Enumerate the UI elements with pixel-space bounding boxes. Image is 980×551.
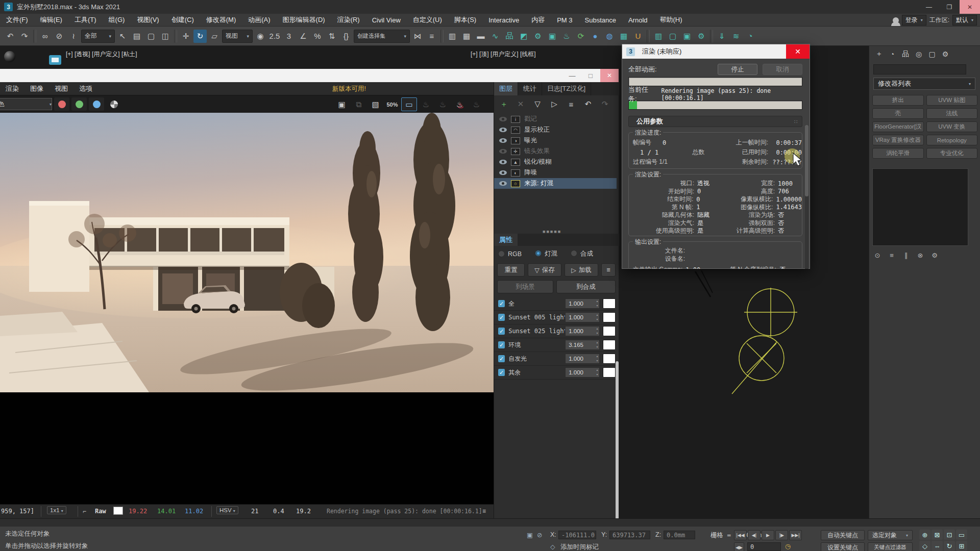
element-row[interactable]: ✓ Sunset 025 lightsc 1.000: [494, 324, 616, 338]
coord-system-dropdown[interactable]: 视图: [222, 30, 253, 43]
menu-item[interactable]: 文件(F): [0, 14, 34, 27]
gamma-curve-icon[interactable]: ⌐: [83, 508, 86, 515]
rfw-close-button[interactable]: ✕: [600, 69, 619, 82]
element-checkbox[interactable]: ✓: [498, 369, 505, 376]
save-layers-icon[interactable]: ▽: [530, 97, 545, 111]
modifier-button[interactable]: UVW 变换: [926, 121, 978, 132]
menu-item[interactable]: Civil View: [366, 14, 407, 27]
z-coordinate-field[interactable]: 0.0mm: [664, 531, 695, 539]
modify-tab-icon[interactable]: ◔: [886, 48, 899, 60]
maximize-viewport-icon[interactable]: ⊞: [956, 541, 967, 551]
element-color-swatch[interactable]: [603, 340, 616, 350]
spinner-snap-icon[interactable]: ⇅: [325, 30, 338, 43]
dialog-close-button[interactable]: ✕: [786, 44, 810, 59]
element-row[interactable]: ✓ 自发光 1.000: [494, 352, 616, 366]
qr-login-icon[interactable]: ▦: [617, 30, 630, 43]
render-preset-teapot-icon[interactable]: ♨: [418, 97, 434, 111]
key-mode-clock-icon[interactable]: ◷: [785, 542, 791, 550]
visibility-eye-icon[interactable]: [499, 170, 507, 175]
red-channel-button[interactable]: [54, 97, 69, 111]
rect-selection-region-icon[interactable]: ▢: [144, 30, 158, 43]
workspace-dropdown[interactable]: 默认▾: [952, 15, 977, 26]
load-button[interactable]: ▷加载: [565, 263, 598, 277]
zoom-extents-icon[interactable]: ⊡: [944, 530, 955, 540]
element-row[interactable]: ✓ 全 1.000: [494, 297, 616, 311]
menu-item[interactable]: 创建(C): [165, 14, 200, 27]
element-multiplier-spinner[interactable]: 1.000: [565, 298, 600, 309]
motion-tab-icon[interactable]: ◎: [912, 48, 925, 60]
load-layers-icon[interactable]: ▷: [547, 97, 562, 111]
element-multiplier-spinner[interactable]: 1.000: [565, 312, 600, 322]
rendered-frame-icon[interactable]: ▣: [546, 30, 559, 43]
make-unique-icon[interactable]: ∥: [901, 250, 911, 260]
element-color-swatch[interactable]: [603, 326, 616, 336]
to-scene-button[interactable]: 到场景: [497, 280, 553, 293]
layer-row[interactable]: ◐ 降噪: [494, 167, 617, 178]
element-row[interactable]: ✓ 其余 1.000: [494, 366, 616, 380]
render-iterative-teapot-icon[interactable]: ♨: [435, 97, 451, 111]
visibility-eye-icon[interactable]: [499, 160, 507, 164]
modifier-list-dropdown[interactable]: 修改器列表▾: [873, 78, 975, 90]
selection-lock-icon[interactable]: ⊘: [537, 531, 542, 539]
copy-image-icon[interactable]: ⧉: [351, 97, 366, 111]
element-multiplier-spinner[interactable]: 1.000: [565, 367, 600, 378]
modifier-button[interactable]: 专业优化: [926, 148, 978, 159]
render-production-teapot-icon[interactable]: ♨: [452, 97, 468, 111]
visibility-eye-icon[interactable]: [499, 128, 507, 132]
rfw-menu-item[interactable]: 渲染: [0, 84, 24, 93]
modifier-button[interactable]: UVW 贴图: [926, 95, 978, 106]
object-name-field[interactable]: [873, 64, 966, 74]
rfw-minimize-button[interactable]: —: [562, 69, 582, 82]
layer-row[interactable]: ◑ 曝光: [494, 135, 617, 146]
add-time-tag[interactable]: 添加时间标记: [560, 543, 599, 551]
viewport-label-top[interactable]: [+] [顶] [用户定义] [线框]: [471, 50, 536, 59]
menu-item[interactable]: Substance: [579, 14, 622, 27]
menu-item[interactable]: 编辑(E): [34, 14, 68, 27]
cloud-icon[interactable]: ●: [589, 30, 602, 43]
menu-item[interactable]: PM 3: [551, 14, 578, 27]
separator[interactable]: [33, 30, 36, 43]
save-button[interactable]: ▽保存: [528, 263, 561, 277]
menu-item[interactable]: 渲染(R): [331, 14, 366, 27]
archive-icon[interactable]: ⇓: [715, 30, 728, 43]
rfw-titlebar[interactable]: — □ ✕: [0, 69, 619, 82]
redo-layer-icon[interactable]: ↷: [597, 97, 612, 111]
select-display-region-icon[interactable]: ▧: [368, 97, 383, 111]
y-coordinate-field[interactable]: 639713.37: [609, 531, 650, 539]
pin-stack-icon[interactable]: ⊙: [872, 250, 883, 260]
common-params-rollout[interactable]: 公用参数 ∷: [628, 116, 802, 127]
layer-row[interactable]: ◠ 显示校正: [494, 124, 617, 135]
modifier-button[interactable]: 法线: [926, 108, 978, 119]
element-color-swatch[interactable]: [603, 367, 616, 378]
play-icon[interactable]: ▶: [762, 530, 774, 540]
element-checkbox[interactable]: ✓: [498, 341, 505, 348]
visibility-eye-icon[interactable]: [499, 181, 507, 186]
zoom-region-icon[interactable]: ▭: [956, 530, 967, 540]
show-end-result-icon[interactable]: ≡: [887, 250, 897, 260]
isolate-selection-icon[interactable]: ▣: [527, 531, 533, 539]
zoom-50-icon[interactable]: 50%: [384, 97, 400, 111]
named-selection-dropdown[interactable]: 创建选择集: [354, 30, 410, 43]
select-by-name-icon[interactable]: ▤: [130, 30, 143, 43]
modifier-stack[interactable]: [872, 168, 968, 246]
separator[interactable]: [647, 30, 650, 43]
gear2-icon[interactable]: ⚙: [695, 30, 708, 43]
scene-explorer-icon[interactable]: ▥: [446, 30, 459, 43]
update-available-icon[interactable]: ⟳: [574, 30, 587, 43]
rfw-menu-item[interactable]: 选项: [74, 84, 98, 93]
update-notice[interactable]: 新版本可用!: [332, 85, 366, 93]
rfw-maximize-button[interactable]: □: [581, 69, 600, 82]
green-channel-button[interactable]: [71, 97, 87, 111]
element-color-swatch[interactable]: [603, 298, 616, 309]
layer-list-icon[interactable]: ≡: [564, 97, 579, 111]
key-filters-button[interactable]: 关键点过滤器: [868, 542, 913, 551]
separator[interactable]: [174, 30, 177, 43]
panel-scrollbar[interactable]: [616, 361, 619, 532]
orbit-icon[interactable]: ↻: [944, 541, 955, 551]
drive-sync-icon[interactable]: ◍: [603, 30, 616, 43]
menu-item[interactable]: 图形编辑器(D): [277, 14, 331, 27]
remove-modifier-icon[interactable]: ⊗: [915, 250, 925, 260]
element-row[interactable]: ✓ Sunset 005 lightsc 1.000: [494, 311, 616, 324]
layer-explorer-icon[interactable]: ▦: [460, 30, 473, 43]
menu-item[interactable]: 内容: [525, 14, 551, 27]
